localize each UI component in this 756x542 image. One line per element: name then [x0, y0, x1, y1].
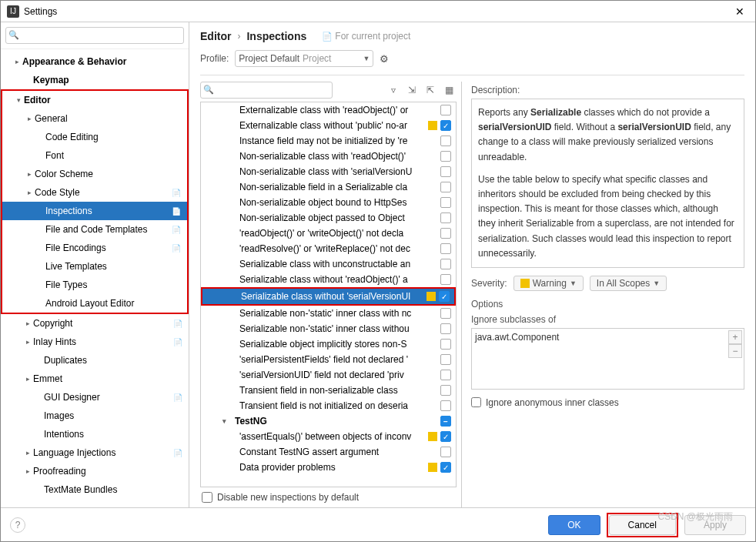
inspection-item[interactable]: Non-serializable object passed to Object: [201, 210, 456, 226]
tree-item[interactable]: ▸Appearance & Behavior: [1, 52, 189, 71]
remove-icon[interactable]: −: [728, 344, 742, 358]
inspection-item[interactable]: 'serialVersionUID' field not declared 'p…: [201, 367, 456, 383]
tree-item[interactable]: ▸Copyright📄: [1, 314, 189, 333]
close-icon[interactable]: ✕: [731, 5, 749, 18]
tree-item[interactable]: ▸Color Scheme: [2, 165, 187, 183]
tree-item[interactable]: File Types: [2, 276, 187, 294]
inspection-item[interactable]: Non-serializable field in a Serializable…: [201, 179, 456, 195]
inspection-checkbox[interactable]: [440, 323, 451, 334]
inspection-checkbox[interactable]: [440, 182, 451, 192]
inspection-checkbox[interactable]: [440, 105, 451, 115]
tree-item[interactable]: ▸General: [2, 109, 187, 128]
inspection-checkbox[interactable]: [440, 274, 451, 285]
severity-select[interactable]: Warning ▼: [513, 276, 584, 291]
inspection-item[interactable]: Non-serializable object bound to HttpSes: [201, 195, 456, 210]
inspection-item[interactable]: 'readResolve()' or 'writeReplace()' not …: [201, 241, 456, 256]
inspections-right: Description: Reports any Serializable cl…: [462, 82, 744, 507]
chevron-down-icon: ▼: [363, 55, 370, 62]
chevron-down-icon: ▾: [222, 417, 232, 425]
breadcrumb-editor[interactable]: Editor: [200, 30, 231, 42]
inspection-checkbox[interactable]: [440, 228, 451, 239]
ignore-anon-checkbox[interactable]: Ignore anonymous inner classes: [471, 397, 744, 408]
inspection-checkbox[interactable]: [440, 243, 451, 254]
help-icon[interactable]: ?: [10, 517, 25, 533]
tree-item[interactable]: ▸Code Style📄: [2, 183, 187, 202]
inspection-item[interactable]: Non-serializable class with 'readObject(…: [201, 149, 456, 164]
inspection-checkbox[interactable]: [440, 212, 451, 223]
inspection-item[interactable]: 'assertEquals()' between objects of inco…: [201, 429, 456, 444]
tree-item[interactable]: Code Editing: [2, 128, 187, 146]
inspection-checkbox[interactable]: ✓: [439, 291, 450, 302]
inspection-item[interactable]: Transient field in non-serializable clas…: [201, 383, 456, 398]
tree-item[interactable]: File Encodings📄: [2, 239, 187, 257]
tree-item[interactable]: ▾Editor: [2, 91, 187, 109]
inspection-group[interactable]: ▾TestNG−: [201, 413, 456, 429]
tree-item[interactable]: TextMate Bundles: [1, 480, 189, 499]
expand-icon[interactable]: ⇲: [404, 82, 420, 98]
gear-icon[interactable]: ⚙: [380, 53, 389, 65]
tree-item[interactable]: Live Templates: [2, 257, 187, 276]
ignore-subclasses-list[interactable]: java.awt.Component + −: [471, 328, 744, 390]
inspection-item[interactable]: Non-serializable class with 'serialVersi…: [201, 164, 456, 179]
tree-item[interactable]: Android Layout Editor: [2, 294, 187, 313]
inspection-item[interactable]: Serializable object implicitly stores no…: [201, 336, 456, 352]
inspection-checkbox[interactable]: [440, 339, 451, 350]
inspection-item[interactable]: Serializable non-'static' inner class wi…: [201, 306, 456, 321]
inspection-item[interactable]: Externalizable class without 'public' no…: [201, 118, 456, 133]
inspection-item[interactable]: Serializable class without 'serialVersio…: [202, 289, 454, 304]
settings-tree[interactable]: ▸Appearance & BehaviorKeymap▾Editor▸Gene…: [1, 49, 189, 507]
disable-new-inspections[interactable]: Disable new inspections by default: [200, 487, 457, 507]
inspections-search-input[interactable]: [200, 82, 333, 99]
inspection-checkbox[interactable]: [440, 308, 451, 319]
inspection-checkbox[interactable]: ✓: [440, 431, 451, 442]
inspection-checkbox[interactable]: [440, 151, 451, 162]
inspection-item[interactable]: 'serialPersistentFields' field not decla…: [201, 352, 456, 367]
inspection-checkbox[interactable]: [440, 136, 451, 146]
inspections-list[interactable]: Externalizable class with 'readObject()'…: [200, 102, 457, 487]
inspection-item[interactable]: Constant TestNG assert argument: [201, 444, 456, 460]
tree-item[interactable]: Intentions: [1, 425, 189, 443]
inspection-item[interactable]: Serializable class with unconstructable …: [201, 256, 456, 272]
filter-icon[interactable]: ▿: [386, 82, 401, 98]
tree-item[interactable]: ▸Proofreading: [1, 462, 189, 480]
inspection-item[interactable]: 'readObject()' or 'writeObject()' not de…: [201, 226, 456, 241]
tree-item[interactable]: ▸Emmet: [1, 370, 189, 388]
apply-button[interactable]: Apply: [684, 515, 746, 535]
list-item[interactable]: java.awt.Component: [475, 332, 559, 343]
tree-item[interactable]: File and Code Templates📄: [2, 220, 187, 239]
tree-item[interactable]: Keymap: [1, 71, 189, 89]
inspection-item[interactable]: Instance field may not be initialized by…: [201, 133, 456, 149]
inspection-checkbox[interactable]: [440, 354, 451, 365]
inspection-checkbox[interactable]: ✓: [440, 462, 451, 473]
add-icon[interactable]: +: [728, 330, 742, 344]
inspection-checkbox[interactable]: [440, 197, 451, 208]
tree-item[interactable]: Images: [1, 406, 189, 425]
inspection-checkbox[interactable]: [440, 370, 451, 380]
inspection-checkbox[interactable]: ✓: [440, 120, 451, 131]
cancel-button[interactable]: Cancel: [609, 515, 676, 535]
columns-icon[interactable]: ▦: [441, 82, 457, 98]
inspection-checkbox[interactable]: [440, 447, 451, 457]
tree-item[interactable]: ▸Inlay Hints📄: [1, 333, 189, 351]
collapse-icon[interactable]: ⇱: [423, 82, 438, 98]
inspection-checkbox[interactable]: −: [440, 416, 451, 427]
tree-item[interactable]: GUI Designer📄: [1, 388, 189, 406]
tree-item[interactable]: Duplicates: [1, 351, 189, 370]
inspection-item[interactable]: Data provider problems✓: [201, 460, 456, 475]
inspection-checkbox[interactable]: [440, 385, 451, 396]
inspection-item[interactable]: Transient field is not initialized on de…: [201, 398, 456, 413]
inspection-item[interactable]: Serializable non-'static' inner class wi…: [201, 321, 456, 336]
inspection-item[interactable]: Externalizable class with 'readObject()'…: [201, 102, 456, 118]
tree-item[interactable]: Font: [2, 146, 187, 165]
ok-button[interactable]: OK: [548, 515, 600, 535]
inspection-item[interactable]: Serializable class without 'readObject()…: [201, 272, 456, 287]
sidebar-search-input[interactable]: [5, 27, 184, 44]
profile-select[interactable]: Project Default Project ▼: [235, 50, 373, 67]
tree-item[interactable]: Inspections📄: [2, 202, 187, 220]
inspection-checkbox[interactable]: [440, 259, 451, 269]
inspection-checkbox[interactable]: [440, 400, 451, 411]
inspection-checkbox[interactable]: [440, 166, 451, 177]
scope-select[interactable]: In All Scopes ▼: [590, 276, 667, 291]
tree-item[interactable]: ▸Language Injections📄: [1, 443, 189, 462]
disable-checkbox[interactable]: [202, 492, 212, 503]
